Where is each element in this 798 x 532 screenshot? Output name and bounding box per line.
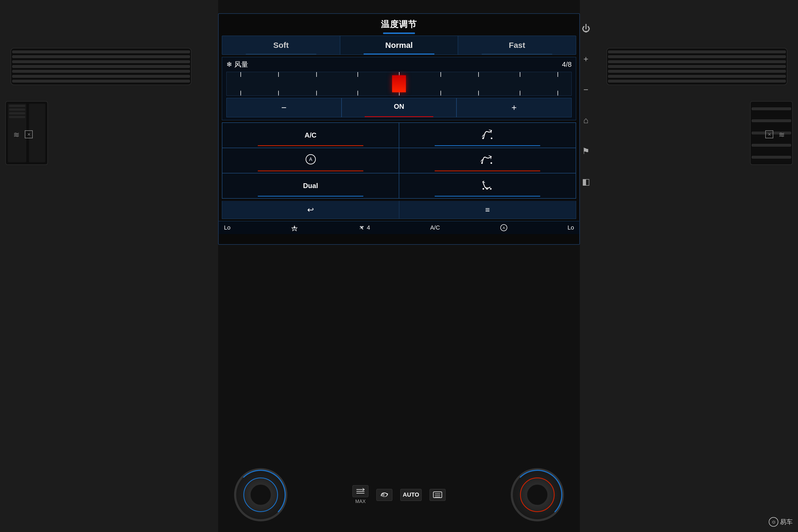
tick-7 — [478, 72, 479, 77]
auto-recirc-button[interactable]: A — [222, 148, 399, 173]
left-top-vent — [11, 48, 191, 85]
fan-increase-button[interactable]: + — [456, 98, 572, 117]
airflow-feet-button[interactable] — [399, 173, 576, 198]
svg-text:A: A — [502, 226, 505, 230]
left-temp-dial[interactable] — [234, 468, 287, 521]
tick-4 — [358, 72, 358, 77]
svg-point-16 — [382, 494, 384, 496]
fan-label-group: ❄ 风量 — [226, 60, 248, 69]
back-button[interactable]: ↩ — [222, 201, 399, 218]
svg-point-5 — [491, 162, 492, 164]
tick-b9 — [557, 91, 558, 95]
hw-buttons-right: ⏻ + − ⌂ ⚑ ◧ — [578, 21, 593, 189]
right-vent-icons: ✕ ≋ — [765, 130, 785, 139]
recirc-icon — [376, 489, 392, 501]
tick-1 — [241, 72, 241, 77]
svg-point-10 — [361, 227, 363, 228]
auto-button[interactable]: AUTO — [400, 489, 422, 501]
bottom-panel: MAX AUTO — [218, 457, 580, 532]
airflow-mid-button[interactable] — [399, 148, 576, 173]
airflow-up-icon — [481, 129, 494, 142]
svg-point-4 — [481, 162, 483, 164]
bottom-buttons: MAX AUTO — [353, 485, 445, 504]
tab-soft[interactable]: Soft — [222, 36, 340, 55]
home-button[interactable]: ⌂ — [578, 113, 593, 128]
dual-indicator — [258, 196, 364, 196]
svg-point-8 — [486, 188, 488, 190]
airflow-mid-icon — [480, 154, 495, 167]
left-vent-area: ≋ ✕ — [0, 0, 218, 532]
tick-b7 — [478, 91, 479, 95]
mode-tabs: Soft Normal Fast — [222, 36, 576, 55]
fan-header: ❄ 风量 4/8 — [226, 60, 572, 69]
airflow-mid-indicator — [435, 171, 540, 171]
screen-title: 温度调节 — [218, 14, 580, 33]
right-top-vent — [607, 48, 787, 85]
svg-point-9 — [294, 227, 295, 228]
left-dial-inner — [243, 477, 278, 512]
status-ac-label: A/C — [430, 224, 440, 231]
tick-3 — [316, 72, 317, 77]
airflow-up-button[interactable] — [399, 122, 576, 148]
airflow-feet-icon — [480, 179, 495, 192]
right-dial-inner — [520, 477, 555, 512]
back-hw-button[interactable]: ◧ — [578, 174, 593, 189]
max-defrost-icon — [353, 485, 368, 497]
airflow-feet-indicator — [435, 196, 540, 196]
watermark: ⊙ 易车 — [769, 517, 793, 527]
status-left-temp: Lo — [224, 224, 230, 231]
tab-fast[interactable]: Fast — [458, 36, 576, 55]
watermark-text: 易车 — [780, 518, 793, 526]
tab-normal[interactable]: Normal — [340, 36, 458, 55]
fan-decrease-button[interactable]: − — [226, 98, 342, 117]
max-defrost-button[interactable]: MAX — [353, 485, 368, 504]
dual-label: Dual — [303, 182, 318, 190]
tick-2 — [278, 72, 279, 77]
airflow-up-indicator — [435, 145, 540, 146]
tick-b2 — [278, 91, 279, 95]
menu-button[interactable]: ≡ — [399, 201, 576, 218]
rear-defrost-icon — [430, 489, 445, 501]
fan-label: 风量 — [234, 60, 248, 69]
tick-b6 — [440, 91, 441, 95]
tick-b1 — [241, 91, 241, 95]
right-temp-dial[interactable] — [511, 468, 564, 521]
ac-indicator — [258, 145, 364, 146]
main-screen: 温度调节 Soft Normal Fast ❄ 风量 4/8 — [218, 13, 580, 245]
status-mode-icon — [290, 225, 299, 231]
rear-defrost-button[interactable] — [430, 489, 445, 501]
fan-speed-bar[interactable] — [226, 72, 572, 96]
fan-count: 4 — [367, 224, 370, 231]
auto-recirc-indicator — [258, 171, 364, 171]
fan-controls: − ON + — [226, 98, 572, 117]
svg-point-6 — [482, 188, 484, 190]
nav-button[interactable]: ⚑ — [578, 144, 593, 158]
status-bar: Lo 4 A/C A Lo — [218, 221, 580, 234]
power-button[interactable]: ⏻ — [578, 21, 593, 36]
dual-button[interactable]: Dual — [222, 173, 399, 198]
svg-point-7 — [490, 188, 492, 190]
ac-button[interactable]: A/C — [222, 122, 399, 148]
max-label: MAX — [355, 499, 365, 504]
svg-point-1 — [491, 137, 492, 139]
controls-grid: A/C A — [222, 122, 576, 199]
tick-b8 — [520, 91, 520, 95]
right-vent-area: ✕ ≋ — [580, 0, 798, 532]
volume-minus-button[interactable]: − — [578, 82, 593, 97]
fan-active-indicator — [392, 75, 406, 92]
fan-icon: ❄ — [226, 60, 232, 69]
volume-plus-button[interactable]: + — [578, 52, 593, 66]
fan-speed-display: 4/8 — [562, 60, 572, 69]
title-indicator — [383, 33, 415, 34]
fan-on-button[interactable]: ON — [342, 98, 457, 117]
recirc-button[interactable] — [376, 489, 392, 501]
watermark-logo: ⊙ — [769, 517, 778, 527]
tick-9 — [557, 72, 558, 77]
action-row: ↩ ≡ — [222, 201, 576, 219]
tick-b4 — [358, 91, 358, 95]
ac-label: A/C — [305, 131, 317, 139]
auto-recirc-icon: A — [304, 153, 317, 168]
auto-icon: AUTO — [400, 489, 422, 501]
svg-point-0 — [482, 137, 484, 139]
left-vent-icons: ≋ ✕ — [13, 130, 33, 139]
